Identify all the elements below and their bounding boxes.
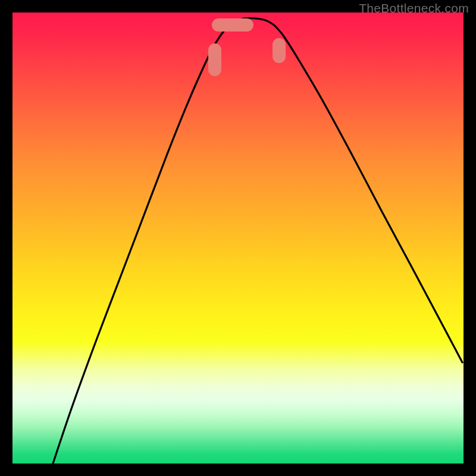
pink-bumps-group	[208, 18, 286, 76]
curve-layer	[12, 12, 464, 464]
pink-bump-right	[273, 38, 286, 63]
chart-frame: TheBottleneck.com	[0, 0, 476, 476]
pink-bump-left	[208, 43, 221, 76]
bottleneck-curve	[53, 18, 462, 464]
pink-bump-middle	[212, 18, 253, 32]
plot-area	[12, 12, 464, 464]
watermark-text: TheBottleneck.com	[359, 1, 469, 15]
